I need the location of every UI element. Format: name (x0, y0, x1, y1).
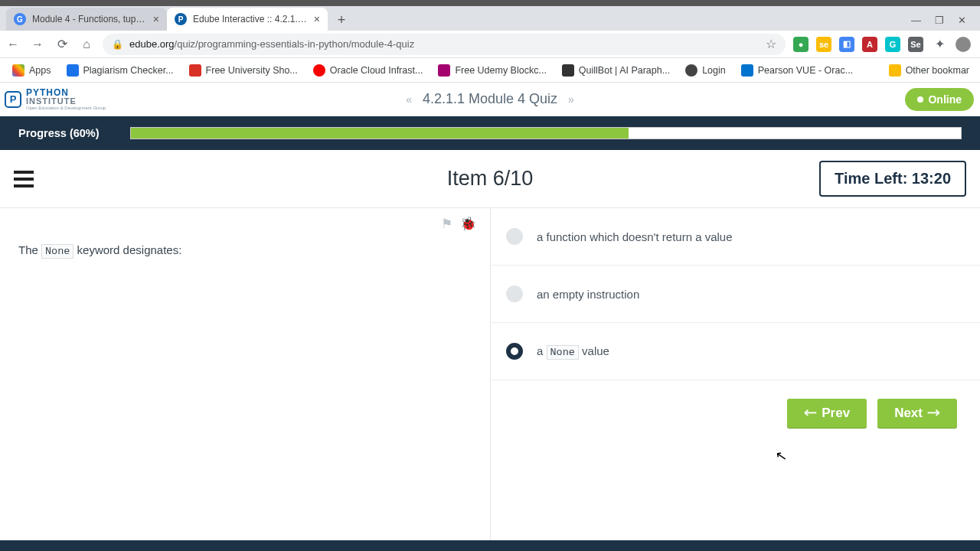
bookmark-item[interactable]: Free University Sho... (183, 61, 304, 80)
bookmark-item[interactable]: Login (679, 61, 732, 80)
extension-icon[interactable]: ● (793, 37, 808, 52)
reload-icon[interactable]: ⟳ (54, 37, 70, 51)
progress-bar-row: Progress (60%) (0, 116, 980, 150)
bookmark-item[interactable]: Pearson VUE - Orac... (735, 61, 859, 80)
chevron-right-icon[interactable]: » (568, 93, 574, 106)
timer: Time Left: 13:20 (819, 161, 966, 197)
logo-subtext: Open Education & Development Group (26, 106, 106, 110)
question-pane: ⚑ 🐞 The None keyword designates: (0, 208, 490, 540)
extensions: ● se ◧ A G Se ✦ (793, 37, 975, 52)
module-title: « 4.2.1.1 Module 4 Quiz » (406, 91, 574, 107)
new-tab-button[interactable]: + (331, 9, 352, 31)
lock-icon: 🔒 (112, 39, 123, 50)
url-text: edube.org/quiz/programming-essentials-in… (129, 38, 414, 50)
browser-tab-0[interactable]: G Module 4 - Functions, tuples, dic × (6, 8, 167, 31)
logo-mark-icon: P (5, 91, 21, 108)
bookmark-apps[interactable]: Apps (6, 61, 57, 80)
bookmark-item[interactable]: Free Udemy Blockc... (432, 61, 552, 80)
bug-icon[interactable]: 🐞 (460, 216, 476, 232)
radio-icon[interactable] (506, 228, 523, 245)
browser-tab-1[interactable]: P Edube Interactive :: 4.2.1.1 Modu × (167, 8, 328, 31)
progress-fill (131, 128, 629, 139)
online-status: Online (905, 88, 974, 111)
minimize-icon[interactable]: — (911, 15, 921, 26)
forward-icon[interactable]: → (29, 37, 46, 51)
other-bookmarks[interactable]: Other bookmar (889, 64, 974, 77)
back-icon[interactable]: ← (5, 37, 21, 51)
favicon-icon: P (175, 13, 187, 25)
chevron-left-icon[interactable]: « (406, 93, 412, 106)
logo-text: INSTITUTE (26, 97, 106, 106)
flag-icon[interactable]: ⚑ (441, 216, 452, 232)
next-button[interactable]: Next 🡒 (877, 399, 957, 428)
address-row: ← → ⟳ ⌂ 🔒 edube.org/quiz/programming-ess… (0, 31, 980, 58)
answer-option[interactable]: a function which doesn't return a value (491, 208, 980, 266)
item-counter: Item 6/10 (447, 167, 534, 191)
hamburger-icon[interactable] (14, 171, 34, 187)
tab-title: Edube Interactive :: 4.2.1.1 Modu (193, 14, 308, 24)
radio-icon[interactable] (506, 343, 523, 360)
extension-icon[interactable]: Se (908, 37, 923, 52)
option-label: a None value (537, 344, 609, 358)
bookmarks-bar: Apps Plagiarism Checker... Free Universi… (0, 58, 980, 83)
radio-icon[interactable] (506, 285, 523, 302)
option-label: an empty instruction (537, 288, 639, 301)
progress-track (130, 127, 962, 139)
footer-bar (0, 540, 980, 551)
extension-icon[interactable]: se (816, 37, 831, 52)
bookmark-star-icon[interactable]: ☆ (766, 37, 776, 51)
extension-icon[interactable]: ◧ (839, 37, 854, 52)
answers-pane: a function which doesn't return a valuea… (490, 208, 980, 540)
tab-strip: G Module 4 - Functions, tuples, dic × P … (0, 6, 980, 31)
bookmark-item[interactable]: QuillBot | AI Paraph... (556, 61, 676, 80)
prev-button[interactable]: 🡐 Prev (787, 399, 867, 428)
app-header: P PYTHON INSTITUTE Open Education & Deve… (0, 83, 980, 116)
quiz-content: ⚑ 🐞 The None keyword designates: a funct… (0, 208, 980, 540)
question-text: The None keyword designates: (18, 243, 475, 257)
favicon-icon: G (14, 13, 26, 25)
status-dot-icon (917, 96, 923, 103)
online-label: Online (928, 93, 962, 106)
option-label: a function which doesn't return a value (537, 230, 733, 243)
extensions-menu-icon[interactable]: ✦ (931, 37, 948, 51)
profile-avatar-icon[interactable] (956, 37, 971, 52)
progress-label: Progress (60%) (18, 127, 100, 139)
close-icon[interactable]: × (153, 13, 159, 25)
maximize-icon[interactable]: ❐ (935, 15, 944, 26)
extension-icon[interactable]: G (885, 37, 900, 52)
answer-option[interactable]: an empty instruction (491, 266, 980, 323)
quiz-header: Item 6/10 Time Left: 13:20 (0, 150, 980, 208)
module-title-text: 4.2.1.1 Module 4 Quiz (423, 91, 557, 107)
home-icon[interactable]: ⌂ (78, 37, 95, 51)
tab-title: Module 4 - Functions, tuples, dic (32, 14, 147, 24)
bookmark-item[interactable]: Plagiarism Checker... (60, 61, 180, 80)
close-window-icon[interactable]: ✕ (958, 15, 966, 26)
extension-icon[interactable]: A (862, 37, 877, 52)
close-icon[interactable]: × (314, 13, 320, 25)
logo[interactable]: P PYTHON INSTITUTE Open Education & Deve… (0, 88, 106, 110)
answer-option[interactable]: a None value (491, 323, 980, 380)
address-bar[interactable]: 🔒 edube.org/quiz/programming-essentials-… (103, 34, 786, 55)
bookmark-item[interactable]: Oracle Cloud Infrast... (307, 61, 430, 80)
